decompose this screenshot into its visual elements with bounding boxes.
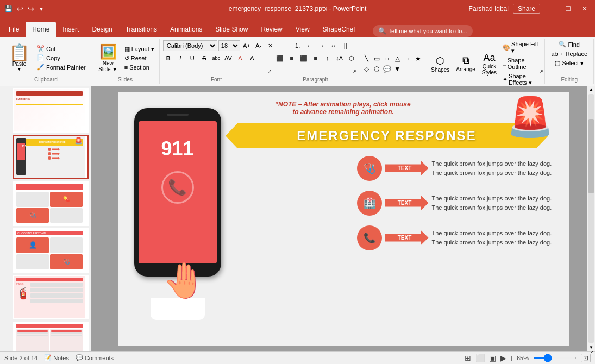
tab-transitions[interactable]: Transitions [119,22,164,37]
shape-diamond[interactable]: ◇ [361,64,371,74]
line-spacing-button[interactable]: ↕ [322,53,333,64]
scroll-up[interactable]: ▲ [587,86,595,93]
view-reading-icon[interactable]: ▣ [489,354,496,362]
reset-button[interactable]: ↺Reset [123,54,156,62]
bullet-list-button[interactable]: ≡ [280,40,291,51]
scroll-down[interactable]: ▼ [587,344,595,351]
comments-button[interactable]: 💬 Comments [76,354,114,361]
drawing-expand[interactable]: ↗ [540,69,543,74]
paste-button[interactable]: 📋 Paste ▼ [4,43,34,73]
text-direction-button[interactable]: ↕A [334,53,345,64]
tab-animations[interactable]: Animations [164,22,209,37]
tab-slideshow[interactable]: Slide Show [209,22,254,37]
shape-effects-button[interactable]: ✦Shape Effects ▾ [501,72,541,87]
banner-text: EMERGENCY RESPONSE [297,128,476,143]
font-family-select[interactable]: Calibri (Body) [163,40,217,51]
shape-star[interactable]: ★ [413,54,423,64]
italic-button[interactable]: I [175,53,186,64]
tab-home[interactable]: Home [26,22,56,37]
view-normal-icon[interactable]: ⊞ [465,354,471,362]
comments-icon: 💬 [76,354,83,361]
shape-outline-button[interactable]: □Shape Outline [501,57,541,71]
view-outline-icon[interactable]: ⬜ [475,354,485,362]
new-slide-button[interactable]: 🖼️ New Slide ▼ [95,42,122,74]
slide-1-thumb[interactable]: EMERGENCY [13,88,89,133]
save-icon[interactable]: 💾 [4,5,12,12]
redo-icon[interactable]: ↪ [28,4,34,13]
format-painter-button[interactable]: 🖌️Format Painter [35,63,87,71]
font-decrease-button[interactable]: A- [253,40,264,51]
clipboard-content: 📋 Paste ▼ ✂️Cut 📄Copy 🖌️Format Painter [4,40,87,76]
layout-button[interactable]: ▦Layout ▾ [123,45,156,53]
shape-callout[interactable]: 💬 [382,64,392,74]
zoom-slider[interactable] [533,357,577,359]
tab-shapechef[interactable]: ShapeChef [316,22,362,37]
maximize-button[interactable]: ☐ [562,4,574,14]
canvas-area[interactable]: *NOTE – After animation plays, click mou… [91,86,595,351]
increase-indent-button[interactable]: → [316,40,327,51]
slide-3-thumb[interactable]: 💊 🩺 [13,181,89,226]
scroll-thumb[interactable] [588,119,594,193]
slide-2-thumb[interactable]: EMERGENCY RESPONSE 911 🚨 [13,135,89,179]
columns-button[interactable]: || [340,40,351,51]
align-center-button[interactable]: ≡ [286,53,297,64]
close-button[interactable]: ✕ [579,4,591,14]
shape-triangle[interactable]: △ [392,54,402,64]
tab-design[interactable]: Design [85,22,118,37]
spacing-button[interactable]: AV [223,53,234,64]
clipboard-group: 📋 Paste ▼ ✂️Cut 📄Copy 🖌️Format Painter [1,39,91,84]
slide-6-thumb[interactable] [13,322,89,351]
item1-text: The quick brown fox jumps over the lazy … [432,159,552,177]
tab-insert[interactable]: Insert [56,22,85,37]
quick-styles-button[interactable]: Aa Quick Styles [480,51,499,77]
convert-to-smartart-button[interactable]: ⬡ [346,53,357,64]
align-left-button[interactable]: ⬛ [274,53,285,64]
align-right-button[interactable]: ⬛ [298,53,309,64]
numbered-list-button[interactable]: 1. [292,40,303,51]
slide-5-thumb[interactable]: P A S S 🧯 [13,275,89,319]
replace-button[interactable]: ab→Replace [548,50,590,58]
find-button[interactable]: 🔍Find [556,40,582,48]
decrease-indent-button[interactable]: ← [304,40,315,51]
shape-more[interactable]: ▼ [392,64,402,74]
font-color-button[interactable]: A [235,53,246,64]
view-slideshow-icon[interactable]: ▶ [500,354,506,362]
shape-line[interactable]: ╲ [361,54,371,64]
zoom-fit-button[interactable]: ⊡ [581,354,591,362]
tab-file[interactable]: File [2,22,26,37]
copy-button[interactable]: 📄Copy [35,54,87,62]
shape-pentagon[interactable]: ⬠ [372,64,381,74]
shape-rect[interactable]: ▭ [372,54,381,64]
slide-4-thumb[interactable]: CHOOSING FIRST AID 👤 🩺 [13,228,89,273]
text-shadow-button[interactable]: A [247,53,258,64]
shape-fill-button[interactable]: 🎨Shape Fill ▾ [501,40,541,55]
minimize-button[interactable]: — [544,4,558,14]
tab-review[interactable]: Review [254,22,289,37]
notes-button[interactable]: 📝 Notes [44,354,69,361]
strikethrough-button[interactable]: S [199,53,210,64]
undo-icon[interactable]: ↩ [17,4,23,13]
shape-circle[interactable]: ○ [382,54,392,64]
shape-arrow[interactable]: → [403,54,412,64]
font-size-select[interactable]: 18 [218,40,240,51]
font-expand[interactable]: ↗ [268,69,272,74]
tell-me-box[interactable]: 🔍 Tell me what you want to do... [373,25,473,37]
vertical-scrollbar[interactable]: ▲ ▼ [587,86,595,351]
item3-circle: 📞 [357,225,382,250]
rtl-button[interactable]: ↔ [328,40,339,51]
smallcaps-button[interactable]: abc [211,53,222,64]
underline-button[interactable]: U [187,53,198,64]
share-button[interactable]: Share [513,4,540,14]
font-increase-button[interactable]: A+ [241,40,252,51]
paragraph-expand[interactable]: ↗ [353,69,356,74]
section-button[interactable]: ≡Section [123,64,156,71]
select-button[interactable]: ⬚Select ▾ [552,59,586,67]
align-justify-button[interactable]: ≡ [310,53,321,64]
cut-button[interactable]: ✂️Cut [35,45,87,53]
tab-view[interactable]: View [289,22,316,37]
title-bar-left: 💾 ↩ ↪ ▼ [4,4,44,13]
arrange-button[interactable]: ⧉ Arrange [454,54,478,73]
bold-button[interactable]: B [163,53,174,64]
shapes-button[interactable]: ⬡ Shapes [429,54,452,74]
customize-icon[interactable]: ▼ [39,6,44,12]
